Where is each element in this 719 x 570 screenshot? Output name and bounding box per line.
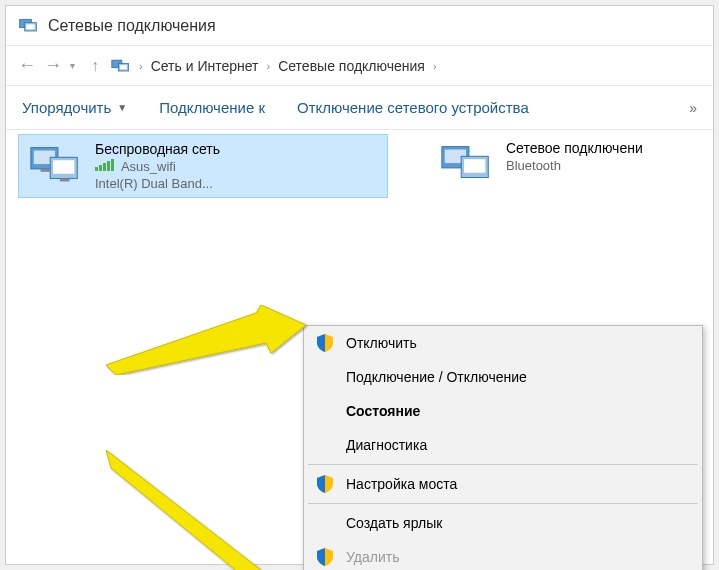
breadcrumb-net-internet[interactable]: Сеть и Интернет	[151, 58, 259, 74]
breadcrumb-sep: ›	[139, 60, 143, 72]
chevron-down-icon: ▼	[117, 102, 127, 113]
nav-recent-chevron[interactable]: ▾	[70, 60, 75, 71]
nav-forward-icon[interactable]: →	[44, 55, 62, 76]
context-menu: Отключить Подключение / Отключение Состо…	[303, 325, 703, 570]
adapter-text: Сетевое подключени Bluetooth	[506, 140, 643, 190]
menu-disable[interactable]: Отключить	[304, 326, 702, 360]
annotation-arrow-icon	[106, 305, 316, 375]
menu-bridge-label: Настройка моста	[346, 476, 457, 492]
shield-icon	[314, 548, 336, 566]
breadcrumb-sep: ›	[433, 60, 437, 72]
network-adapter-icon	[438, 140, 496, 190]
network-window-icon	[18, 16, 38, 36]
svg-rect-5	[120, 65, 127, 69]
signal-bars-icon	[95, 159, 114, 171]
toolbar-organize-label: Упорядочить	[22, 99, 111, 116]
menu-separator	[308, 464, 698, 465]
toolbar-disable-label: Отключение сетевого устройства	[297, 99, 529, 116]
nav-arrows: ← → ▾	[18, 55, 75, 76]
menu-separator	[308, 503, 698, 504]
toolbar-organize[interactable]: Упорядочить ▼	[22, 99, 127, 116]
menu-delete: Удалить	[304, 540, 702, 570]
shield-icon	[314, 475, 336, 493]
navbar: ← → ▾ ↑ › Сеть и Интернет › Сетевые подк…	[6, 46, 713, 86]
svg-rect-2	[26, 24, 34, 29]
adapter-title: Сетевое подключени	[506, 140, 643, 156]
svg-marker-16	[106, 305, 306, 375]
menu-connect-label: Подключение / Отключение	[346, 369, 527, 385]
network-adapter-icon	[27, 141, 85, 191]
adapter-bluetooth[interactable]: Сетевое подключени Bluetooth	[430, 134, 710, 196]
menu-status[interactable]: Состояние	[304, 394, 702, 428]
breadcrumb-network-connections[interactable]: Сетевые подключения	[278, 58, 425, 74]
breadcrumb-sep: ›	[267, 60, 271, 72]
breadcrumb: › Сеть и Интернет › Сетевые подключения …	[111, 57, 437, 75]
adapter-wireless[interactable]: Беспроводная сеть Asus_wifi Intel(R) Dua…	[18, 134, 388, 198]
menu-bridge[interactable]: Настройка моста	[304, 467, 702, 501]
toolbar-connect-label: Подключение к	[159, 99, 265, 116]
toolbar-overflow-icon[interactable]: »	[689, 100, 697, 116]
menu-status-label: Состояние	[346, 403, 420, 419]
toolbar: Упорядочить ▼ Подключение к Отключение с…	[6, 86, 713, 130]
menu-diagnose[interactable]: Диагностика	[304, 428, 702, 462]
svg-rect-9	[53, 160, 74, 174]
adapter-text: Беспроводная сеть Asus_wifi Intel(R) Dua…	[95, 141, 220, 191]
adapter-device-name: Intel(R) Dual Band...	[95, 176, 220, 191]
window-title: Сетевые подключения	[48, 17, 216, 35]
menu-diagnose-label: Диагностика	[346, 437, 427, 453]
menu-connect-disconnect[interactable]: Подключение / Отключение	[304, 360, 702, 394]
toolbar-disable-device[interactable]: Отключение сетевого устройства	[297, 99, 529, 116]
svg-rect-10	[41, 169, 51, 172]
adapter-title: Беспроводная сеть	[95, 141, 220, 157]
nav-back-icon[interactable]: ←	[18, 55, 36, 76]
adapter-network-name: Bluetooth	[506, 158, 643, 173]
nav-up-icon[interactable]: ↑	[91, 57, 99, 75]
shield-icon	[314, 334, 336, 352]
titlebar: Сетевые подключения	[6, 6, 713, 46]
content-area: Беспроводная сеть Asus_wifi Intel(R) Dua…	[6, 130, 713, 564]
breadcrumb-root-icon[interactable]	[111, 57, 131, 75]
svg-rect-11	[60, 179, 70, 182]
menu-disable-label: Отключить	[346, 335, 417, 351]
menu-create-shortcut[interactable]: Создать ярлык	[304, 506, 702, 540]
menu-delete-label: Удалить	[346, 549, 399, 565]
network-connections-window: Сетевые подключения ← → ▾ ↑ › Сеть и Инт…	[5, 5, 714, 565]
adapter-network-name: Asus_wifi	[95, 159, 220, 174]
menu-shortcut-label: Создать ярлык	[346, 515, 442, 531]
svg-rect-15	[464, 159, 485, 173]
toolbar-connect-to[interactable]: Подключение к	[159, 99, 265, 116]
